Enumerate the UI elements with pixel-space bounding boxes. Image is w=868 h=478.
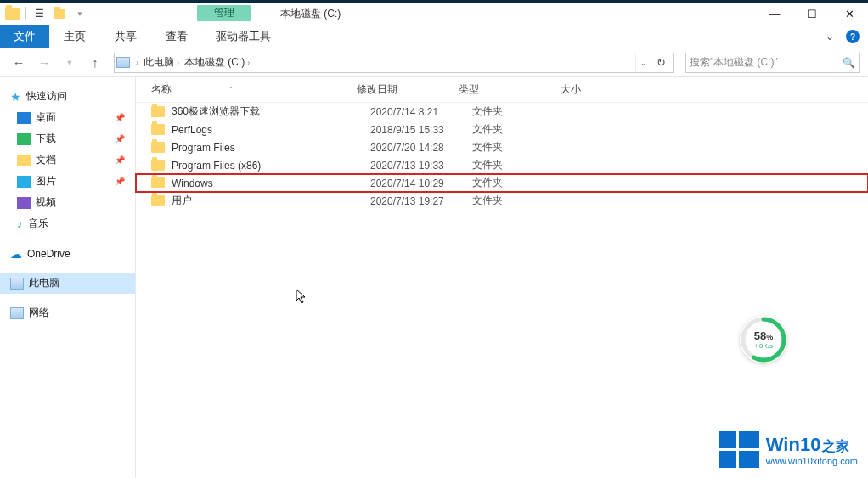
- search-placeholder: 搜索"本地磁盘 (C:)": [690, 55, 778, 70]
- file-tab[interactable]: 文件: [0, 25, 49, 48]
- forward-button[interactable]: →: [34, 53, 54, 73]
- sidebar-item-label: 桌面: [36, 110, 56, 125]
- file-list-area: 名称˄ 修改日期 类型 大小 360极速浏览器下载2020/7/14 8:21文…: [136, 77, 868, 478]
- star-icon: ★: [10, 90, 21, 104]
- watermark-brand: Win10: [766, 434, 821, 456]
- up-button[interactable]: ↑: [85, 53, 105, 73]
- address-bar[interactable]: › 此电脑› 本地磁盘 (C:)› ⌄ ↻: [114, 53, 674, 73]
- pin-icon: 📌: [115, 155, 125, 165]
- breadcrumb-thispc[interactable]: 此电脑›: [141, 55, 182, 70]
- network-icon: [10, 307, 24, 319]
- file-name: PerfLogs: [172, 124, 370, 136]
- file-date: 2018/9/15 15:33: [370, 124, 472, 136]
- file-name: 用户: [172, 194, 370, 208]
- sidebar-item-music[interactable]: ♪音乐: [0, 213, 135, 234]
- folder-icon: [151, 124, 165, 135]
- file-name: Program Files (x86): [172, 160, 370, 172]
- watermark: Win10之家 www.win10xitong.com: [719, 431, 858, 468]
- search-icon[interactable]: 🔍: [843, 57, 855, 69]
- refresh-button[interactable]: ↻: [651, 56, 671, 69]
- qat-newfolder-icon[interactable]: [50, 4, 69, 23]
- picture-icon: [17, 176, 31, 188]
- qat-dropdown-icon[interactable]: ▼: [70, 4, 89, 23]
- sidebar-network[interactable]: 网络: [0, 302, 135, 323]
- file-date: 2020/7/13 19:27: [370, 195, 472, 207]
- sidebar-thispc[interactable]: 此电脑: [0, 273, 135, 294]
- cloud-icon: ☁: [10, 247, 22, 261]
- sidebar-item-label: 图片: [36, 174, 56, 188]
- folder-icon: [151, 195, 165, 206]
- sidebar-item-label: 音乐: [28, 217, 48, 231]
- sidebar-item-video[interactable]: 视频: [0, 192, 135, 213]
- contextual-tab-header: 管理: [197, 4, 251, 21]
- tab-share[interactable]: 共享: [100, 25, 151, 48]
- folder-icon: [151, 142, 165, 153]
- column-size[interactable]: 大小: [561, 82, 628, 97]
- sidebar-item-label: 下载: [36, 132, 56, 146]
- windows-logo-icon: [719, 431, 759, 468]
- file-row[interactable]: PerfLogs2018/9/15 15:33文件夹: [136, 121, 868, 138]
- sidebar-onedrive[interactable]: ☁ OneDrive: [0, 243, 135, 264]
- speed-percent: 58%: [754, 329, 773, 342]
- breadcrumb-root[interactable]: ›: [133, 59, 141, 67]
- contextual-tab-label: 管理: [197, 5, 251, 21]
- title-bar: ☰ ▼ 管理 本地磁盘 (C:) ― ☐ ✕: [0, 0, 868, 25]
- file-row[interactable]: 用户2020/7/13 19:27文件夹: [136, 192, 868, 210]
- navigation-pane: ★ 快速访问 桌面📌下载📌文档📌图片📌 视频♪音乐 ☁ OneDrive 此电脑…: [0, 77, 136, 478]
- file-name: Windows: [172, 177, 370, 189]
- folder-icon: [151, 160, 165, 171]
- file-date: 2020/7/14 10:29: [370, 177, 472, 189]
- file-row[interactable]: Program Files (x86)2020/7/13 19:33文件夹: [136, 156, 868, 174]
- sort-indicator-icon: ˄: [229, 86, 233, 93]
- folder-icon: [151, 177, 165, 188]
- close-button[interactable]: ✕: [831, 3, 868, 25]
- monitor-icon: [10, 278, 24, 290]
- tab-home[interactable]: 主页: [49, 25, 100, 48]
- breadcrumb-drive[interactable]: 本地磁盘 (C:)›: [182, 55, 252, 70]
- tab-view[interactable]: 查看: [151, 25, 202, 48]
- video-icon: [17, 197, 31, 209]
- minimize-button[interactable]: ―: [756, 3, 793, 25]
- column-name[interactable]: 名称˄: [136, 82, 357, 97]
- ribbon: 文件 主页 共享 查看 驱动器工具 ⌄ ?: [0, 25, 868, 48]
- sidebar-item-desktop[interactable]: 桌面📌: [0, 107, 135, 128]
- file-row[interactable]: 360极速浏览器下载2020/7/14 8:21文件夹: [136, 103, 868, 121]
- desktop-icon: [17, 112, 31, 124]
- file-row[interactable]: Windows2020/7/14 10:29文件夹: [136, 174, 868, 192]
- sidebar-quick-access[interactable]: ★ 快速访问: [0, 86, 135, 107]
- tab-drive-tools[interactable]: 驱动器工具: [202, 25, 285, 48]
- ribbon-expand-icon[interactable]: ⌄: [817, 25, 843, 48]
- download-icon: [17, 133, 31, 145]
- file-date: 2020/7/14 8:21: [370, 106, 472, 118]
- document-icon: [17, 155, 31, 166]
- column-date[interactable]: 修改日期: [357, 82, 459, 97]
- file-date: 2020/7/13 19:33: [370, 160, 472, 172]
- maximize-button[interactable]: ☐: [793, 3, 831, 25]
- address-dropdown-icon[interactable]: ⌄: [635, 53, 651, 72]
- sidebar-item-picture[interactable]: 图片📌: [0, 171, 135, 192]
- qat-properties-icon[interactable]: ☰: [30, 4, 48, 23]
- file-type: 文件夹: [472, 158, 574, 172]
- sidebar-item-label: OneDrive: [27, 248, 70, 260]
- sidebar-item-label: 视频: [36, 195, 56, 210]
- history-dropdown-icon[interactable]: ▼: [59, 53, 80, 73]
- pin-icon: 📌: [115, 177, 125, 186]
- pin-icon: 📌: [115, 134, 125, 143]
- file-type: 文件夹: [472, 122, 574, 137]
- speed-widget[interactable]: 58% ↑ 0K/s: [740, 316, 787, 363]
- file-row[interactable]: Program Files2020/7/20 14:28文件夹: [136, 138, 868, 156]
- sidebar-item-download[interactable]: 下载📌: [0, 128, 135, 149]
- speed-rate: ↑ 0K/s: [754, 342, 773, 350]
- folder-icon: [151, 106, 165, 117]
- search-box[interactable]: 搜索"本地磁盘 (C:)" 🔍: [685, 53, 860, 73]
- watermark-suffix: 之家: [822, 438, 849, 456]
- column-type[interactable]: 类型: [459, 82, 561, 97]
- window-title: 本地磁盘 (C:): [280, 7, 341, 21]
- sidebar-item-label: 此电脑: [29, 276, 59, 290]
- file-name: Program Files: [172, 142, 370, 154]
- help-button[interactable]: ?: [843, 25, 863, 48]
- sidebar-item-document[interactable]: 文档📌: [0, 149, 135, 171]
- drive-icon: [116, 57, 130, 68]
- back-button[interactable]: ←: [8, 53, 29, 73]
- pin-icon: 📌: [115, 113, 125, 122]
